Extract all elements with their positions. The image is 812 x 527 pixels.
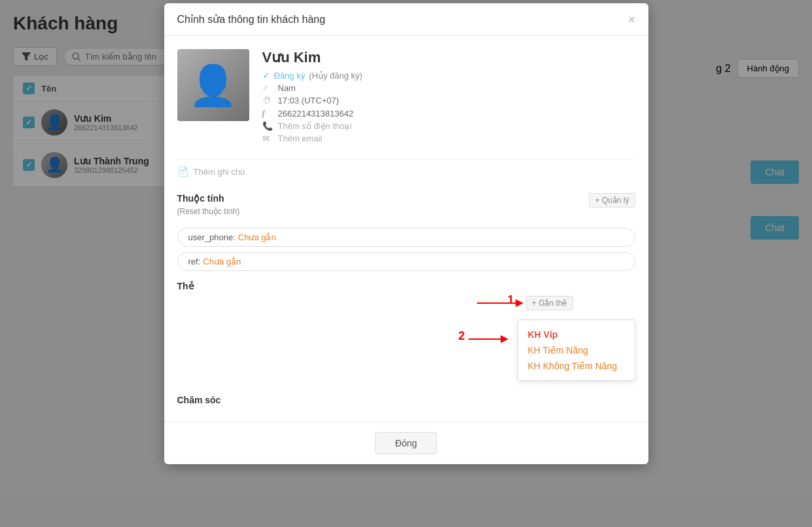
- cancel-registration-link[interactable]: (Hủy đăng ký): [309, 71, 362, 81]
- tag-item-vip[interactable]: KH Víp: [528, 327, 625, 342]
- profile-fb-row: f 2662214313813642: [262, 108, 635, 118]
- tags-arrow-area: 1 + Gắn thẻ: [177, 300, 635, 385]
- arrow-2-group: 2: [458, 329, 465, 343]
- arrow-1-svg-group: + Gắn thẻ: [474, 296, 573, 310]
- gender-icon: ♂: [262, 83, 273, 93]
- add-phone-link[interactable]: Thêm số điện thoại: [278, 121, 352, 131]
- tags-section: Thẻ 1: [177, 281, 635, 385]
- modal-overlay: Chỉnh sửa thông tin khách hàng × Vưu Kim…: [0, 0, 812, 527]
- fb-id-value: 2662214313813642: [278, 109, 354, 118]
- tags-dropdown: KH Víp KH Tiềm Năng KH Không Tiềm Năng: [518, 319, 635, 381]
- arrow-1-icon: [474, 297, 526, 310]
- phone-icon: 📞: [262, 121, 273, 131]
- profile-status: ✓ Đăng ký (Hủy đăng ký): [262, 70, 635, 81]
- attr-value-phone: Chưa gắn: [238, 232, 276, 242]
- modal-header: Chỉnh sửa thông tin khách hàng ×: [164, 3, 648, 36]
- note-icon: 📄: [177, 166, 188, 177]
- profile-time-row: ⏱ 17:03 (UTC+07): [262, 96, 635, 105]
- close-icon[interactable]: ×: [628, 14, 635, 26]
- attribute-tag-phone: user_phone: Chưa gắn: [177, 228, 635, 247]
- profile-section: Vưu Kim ✓ Đăng ký (Hủy đăng ký) ♂ Nam ⏱ …: [177, 49, 635, 146]
- modal-footer: Đóng: [164, 422, 648, 464]
- clock-icon: ⏱: [262, 96, 273, 105]
- attributes-section: Thuộc tính (Reset thuộc tính) + Quản lý …: [177, 193, 635, 271]
- profile-gender-row: ♂ Nam: [262, 83, 635, 93]
- status-text: Đăng ký: [274, 71, 306, 81]
- add-tag-button[interactable]: + Gắn thẻ: [526, 296, 573, 310]
- manage-attributes-button[interactable]: + Quản lý: [589, 193, 635, 208]
- close-button[interactable]: Đóng: [375, 432, 437, 454]
- facebook-icon: f: [262, 108, 273, 118]
- add-email-link[interactable]: Thêm email: [278, 134, 323, 143]
- profile-photo: [177, 49, 249, 121]
- attributes-sublabel: (Reset thuộc tính): [177, 207, 240, 216]
- attributes-label: Thuộc tính: [177, 193, 240, 204]
- attribute-tag-ref: ref: Chưa gắn: [177, 252, 635, 271]
- tags-header: Thẻ: [177, 281, 635, 295]
- time-value: 17:03 (UTC+07): [278, 96, 340, 105]
- tag-item-tiem-nang[interactable]: KH Tiềm Năng: [528, 342, 625, 358]
- arrow-2-svg-group: [465, 333, 511, 346]
- profile-details: Vưu Kim ✓ Đăng ký (Hủy đăng ký) ♂ Nam ⏱ …: [262, 49, 635, 146]
- profile-name: Vưu Kim: [262, 49, 635, 66]
- note-placeholder: Thêm ghi chú: [194, 167, 245, 177]
- email-icon: ✉: [262, 134, 273, 143]
- status-check-icon: ✓: [262, 70, 270, 81]
- attr-label-group: Thuộc tính (Reset thuộc tính): [177, 193, 240, 223]
- attr-key-ref: ref:: [188, 257, 201, 266]
- modal-title: Chỉnh sửa thông tin khách hàng: [177, 13, 326, 26]
- gender-value: Nam: [278, 83, 296, 93]
- arrow-2-num: 2: [458, 329, 465, 343]
- attr-header: Thuộc tính (Reset thuộc tính) + Quản lý: [177, 193, 635, 223]
- profile-email-row: ✉ Thêm email: [262, 134, 635, 143]
- attr-key-phone: user_phone:: [188, 232, 236, 242]
- tag-item-khong-tiem-nang[interactable]: KH Không Tiềm Năng: [528, 358, 625, 374]
- care-label: Chăm sóc: [177, 395, 635, 405]
- arrow-2-icon: [465, 333, 511, 346]
- tags-label: Thẻ: [177, 281, 194, 291]
- edit-customer-modal: Chỉnh sửa thông tin khách hàng × Vưu Kim…: [164, 3, 648, 464]
- profile-phone-row: 📞 Thêm số điện thoại: [262, 121, 635, 131]
- care-section: Chăm sóc: [177, 395, 635, 405]
- note-section[interactable]: 📄 Thêm ghi chú: [177, 159, 635, 183]
- attr-value-ref: Chưa gắn: [203, 257, 241, 266]
- modal-body: Vưu Kim ✓ Đăng ký (Hủy đăng ký) ♂ Nam ⏱ …: [164, 36, 648, 422]
